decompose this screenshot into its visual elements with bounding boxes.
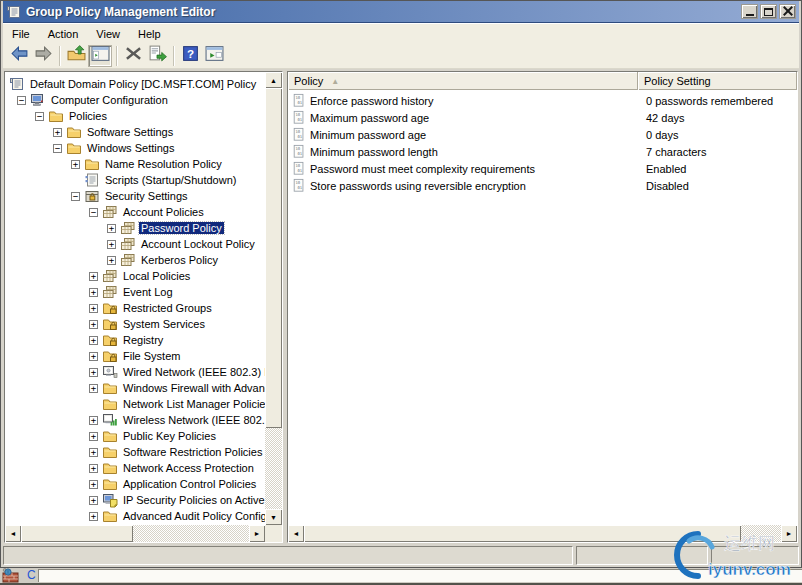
expand-toggle[interactable]: − — [53, 144, 62, 153]
tree-vertical-scrollbar[interactable]: ▲ ▼ — [265, 72, 282, 525]
console-window-button[interactable] — [88, 45, 112, 67]
policy-name[interactable]: Minimum password length — [310, 146, 438, 158]
export-list-button[interactable] — [145, 45, 169, 67]
tree-vscroll-track[interactable] — [265, 88, 282, 509]
expand-toggle[interactable]: + — [89, 272, 98, 281]
tree-item-label[interactable]: Local Policies — [121, 270, 192, 282]
tree-item[interactable]: + Software Restriction Policies — [5, 444, 265, 460]
expand-toggle[interactable]: + — [89, 304, 98, 313]
expand-toggle[interactable]: + — [89, 496, 98, 505]
scroll-right-button[interactable]: ► — [781, 525, 797, 542]
tree-item[interactable]: + Wired Network (IEEE 802.3) Policies — [5, 364, 265, 380]
tree-item-label[interactable]: System Services — [121, 318, 207, 330]
tree-item[interactable]: − Account Policies — [5, 204, 265, 220]
tree-hscroll-track[interactable] — [21, 525, 249, 542]
tree-item-label[interactable]: Scripts (Startup/Shutdown) — [103, 174, 238, 186]
folder-up-button[interactable] — [64, 45, 88, 67]
policy-name[interactable]: Password must meet complexity requiremen… — [310, 163, 535, 175]
tree-item-label[interactable]: Event Log — [121, 286, 175, 298]
menu-item-action[interactable]: Action — [39, 26, 88, 42]
tree-item-label[interactable]: Network List Manager Policies — [121, 398, 265, 410]
scroll-left-button[interactable]: ◄ — [288, 525, 304, 542]
tree-item[interactable]: + File System — [5, 348, 265, 364]
expand-toggle[interactable]: − — [17, 96, 26, 105]
scroll-down-button[interactable]: ▼ — [265, 509, 282, 525]
policy-name[interactable]: Minimum password age — [310, 129, 426, 141]
tree-item-label[interactable]: File System — [121, 350, 182, 362]
tree-item-label[interactable]: Password Policy — [139, 222, 224, 234]
tree-item[interactable]: − Security Settings — [5, 188, 265, 204]
tree-item-label[interactable]: Default Domain Policy [DC.MSFT.COM] Poli… — [28, 78, 258, 90]
tree-item-label[interactable]: IP Security Policies on Active Directory — [121, 494, 265, 506]
tree-item-label[interactable]: Advanced Audit Policy Configuration — [121, 510, 265, 522]
tree-item[interactable]: + Application Control Policies — [5, 476, 265, 492]
tree-item-label[interactable]: Kerberos Policy — [139, 254, 220, 266]
help-button[interactable]: ? — [178, 45, 202, 67]
tree-horizontal-scrollbar[interactable]: ◄ ► — [5, 525, 265, 542]
expand-toggle[interactable]: + — [89, 384, 98, 393]
policy-row[interactable]: 1001 Minimum password length 7 character… — [288, 143, 797, 160]
tree-item-label[interactable]: Account Lockout Policy — [139, 238, 257, 250]
tree-item[interactable]: + Wireless Network (IEEE 802.11) Policie… — [5, 412, 265, 428]
delete-button[interactable] — [121, 45, 145, 67]
tree-vscroll-thumb[interactable] — [265, 88, 282, 428]
tree-item[interactable]: + Password Policy — [5, 220, 265, 236]
policy-name[interactable]: Enforce password history — [310, 95, 434, 107]
tree-item[interactable]: + Event Log — [5, 284, 265, 300]
expand-toggle[interactable]: + — [89, 448, 98, 457]
tree-item-label[interactable]: Computer Configuration — [49, 94, 170, 106]
tree-item[interactable]: + Advanced Audit Policy Configuration — [5, 508, 265, 524]
tree-item-label[interactable]: Windows Settings — [85, 142, 176, 154]
list-horizontal-scrollbar[interactable]: ◄ ► — [288, 525, 797, 542]
list-hscroll-track[interactable] — [304, 525, 781, 542]
tree-item[interactable]: + Network Access Protection — [5, 460, 265, 476]
policy-name[interactable]: Maximum password age — [310, 112, 429, 124]
back-button[interactable] — [7, 45, 31, 67]
policy-name[interactable]: Store passwords using reversible encrypt… — [310, 180, 526, 192]
tree-item[interactable]: + IP Security Policies on Active Directo… — [5, 492, 265, 508]
expand-toggle[interactable]: + — [107, 240, 116, 249]
new-window-button[interactable] — [202, 45, 226, 67]
expand-toggle[interactable]: + — [89, 368, 98, 377]
tree-item[interactable]: Default Domain Policy [DC.MSFT.COM] Poli… — [5, 76, 265, 92]
expand-toggle[interactable]: + — [89, 320, 98, 329]
tree-item-label[interactable]: Network Access Protection — [121, 462, 256, 474]
expand-toggle[interactable]: + — [107, 256, 116, 265]
policy-row[interactable]: 1001 Enforce password history 0 password… — [288, 92, 797, 109]
expand-toggle[interactable]: − — [35, 112, 44, 121]
tree-item-label[interactable]: Registry — [121, 334, 165, 346]
menu-item-file[interactable]: File — [3, 26, 39, 42]
column-header-policy[interactable]: Policy ▲ — [288, 72, 638, 90]
background-window-label[interactable]: C — [27, 568, 36, 582]
list-hscroll-thumb[interactable] — [304, 525, 741, 542]
maximize-button[interactable] — [760, 4, 777, 19]
tree-item-label[interactable]: Security Settings — [103, 190, 190, 202]
expand-toggle[interactable]: − — [89, 208, 98, 217]
tree-item[interactable]: + Account Lockout Policy — [5, 236, 265, 252]
scroll-left-button[interactable]: ◄ — [5, 525, 21, 542]
expand-toggle[interactable]: + — [89, 416, 98, 425]
close-button[interactable] — [779, 4, 796, 19]
tree-item-label[interactable]: Account Policies — [121, 206, 206, 218]
menu-item-help[interactable]: Help — [129, 26, 170, 42]
tree-item[interactable]: + Windows Firewall with Advanced Securit… — [5, 380, 265, 396]
tree-item[interactable]: + Restricted Groups — [5, 300, 265, 316]
tree-item[interactable]: + Kerberos Policy — [5, 252, 265, 268]
expand-toggle[interactable]: − — [71, 192, 80, 201]
expand-toggle[interactable]: + — [89, 352, 98, 361]
tree-item[interactable]: Scripts (Startup/Shutdown) — [5, 172, 265, 188]
tree-item[interactable]: + Registry — [5, 332, 265, 348]
tree-item-label[interactable]: Name Resolution Policy — [103, 158, 224, 170]
expand-toggle[interactable]: + — [53, 128, 62, 137]
minimize-button[interactable] — [741, 4, 758, 19]
scroll-right-button[interactable]: ► — [249, 525, 265, 542]
tree-hscroll-thumb[interactable] — [21, 525, 133, 542]
policy-row[interactable]: 1001 Password must meet complexity requi… — [288, 160, 797, 177]
expand-toggle[interactable]: + — [89, 464, 98, 473]
tree-item[interactable]: + Local Policies — [5, 268, 265, 284]
tree-item-label[interactable]: Wireless Network (IEEE 802.11) Policies — [121, 414, 265, 426]
tree-item-label[interactable]: Windows Firewall with Advanced Security — [121, 382, 265, 394]
tree-item-label[interactable]: Public Key Policies — [121, 430, 218, 442]
tree-item-label[interactable]: Application Control Policies — [121, 478, 258, 490]
tree-item[interactable]: Network List Manager Policies — [5, 396, 265, 412]
